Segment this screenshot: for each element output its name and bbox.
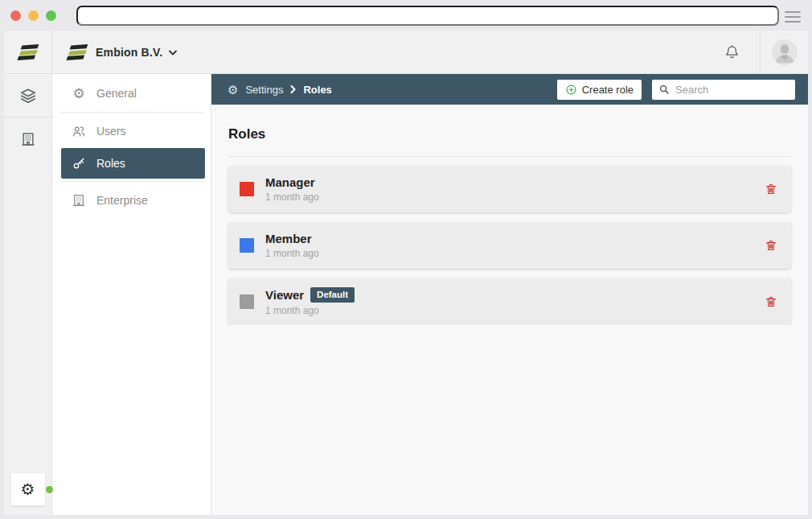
app-header: Embion B.V. <box>4 31 808 74</box>
sidebar-divider <box>59 112 203 113</box>
settings-sidebar: ⚙ General Users <box>52 74 211 515</box>
building-icon <box>72 193 86 208</box>
breadcrumb-settings[interactable]: Settings <box>245 84 283 96</box>
users-icon <box>72 124 86 138</box>
gear-icon: ⚙ <box>228 84 238 96</box>
sidebar-item-label: Enterprise <box>96 194 148 207</box>
search-icon <box>658 84 670 95</box>
settings-shortcut-button[interactable]: ⚙ <box>10 472 46 506</box>
create-role-label: Create role <box>582 84 634 96</box>
role-row-manager[interactable]: Manager 1 month ago <box>228 166 791 212</box>
minimize-window-button[interactable] <box>28 10 39 21</box>
sidebar-item-label: Roles <box>96 157 125 170</box>
delete-role-button[interactable] <box>765 183 777 196</box>
browser-chrome <box>0 0 812 31</box>
sidebar-item-label: General <box>96 87 137 100</box>
role-updated: 1 month ago <box>265 305 355 316</box>
role-info: Manager 1 month ago <box>265 175 319 203</box>
gear-icon: ⚙ <box>21 481 35 497</box>
search-input[interactable] <box>675 84 789 96</box>
gear-icon: ⚙ <box>72 86 86 101</box>
trash-icon <box>765 295 777 309</box>
role-name: Manager <box>265 175 315 189</box>
user-menu[interactable] <box>761 31 808 73</box>
sidebar-item-enterprise[interactable]: Enterprise <box>52 184 211 216</box>
close-window-button[interactable] <box>10 10 21 21</box>
role-color-swatch <box>240 295 254 309</box>
role-color-swatch <box>240 182 254 196</box>
role-name: Viewer <box>265 288 304 302</box>
online-status-dot <box>46 486 53 493</box>
breadcrumb-current: Roles <box>303 84 331 96</box>
title-divider <box>228 156 791 157</box>
sidebar-item-general[interactable]: ⚙ General <box>52 77 211 109</box>
trash-icon <box>765 183 777 196</box>
page-toolbar: ⚙ Settings Roles Create role <box>211 74 808 105</box>
module-rail: ⚙ <box>4 74 52 515</box>
avatar <box>772 39 798 65</box>
delete-role-button[interactable] <box>765 295 777 309</box>
sidebar-divider <box>59 181 203 182</box>
rail-logo-cell[interactable] <box>4 31 52 73</box>
building-icon <box>20 131 36 147</box>
rail-item-enterprise[interactable] <box>4 117 51 161</box>
window-controls <box>0 10 56 21</box>
role-info: Member 1 month ago <box>265 232 319 259</box>
search-box <box>652 80 795 100</box>
chevron-down-icon <box>169 50 177 56</box>
default-badge: Default <box>310 287 355 303</box>
role-color-swatch <box>240 238 254 253</box>
bell-icon <box>724 43 740 60</box>
browser-menu-icon[interactable] <box>785 11 801 23</box>
app-window: Embion B.V. <box>4 31 808 515</box>
rail-item-stack[interactable] <box>4 74 51 117</box>
header-actions <box>724 31 808 73</box>
role-updated: 1 month ago <box>265 248 319 259</box>
notifications-button[interactable] <box>724 31 760 73</box>
address-bar[interactable] <box>76 6 779 26</box>
page-title: Roles <box>228 126 791 142</box>
role-name: Member <box>265 232 312 245</box>
layers-icon <box>19 87 37 105</box>
plus-circle-icon <box>565 84 577 96</box>
role-row-member[interactable]: Member 1 month ago <box>228 222 791 269</box>
main-panel: ⚙ Settings Roles Create role <box>211 74 808 515</box>
sidebar-item-roles[interactable]: Roles <box>61 148 205 179</box>
organization-switcher[interactable]: Embion B.V. <box>52 31 724 73</box>
role-row-viewer[interactable]: Viewer Default 1 month ago <box>228 278 791 325</box>
key-icon <box>72 156 86 171</box>
maximize-window-button[interactable] <box>46 10 56 21</box>
role-info: Viewer Default 1 month ago <box>265 287 355 316</box>
sidebar-item-label: Users <box>96 125 126 138</box>
create-role-button[interactable]: Create role <box>557 80 642 100</box>
app-body: ⚙ ⚙ General Users <box>4 74 808 515</box>
embion-logo-icon <box>66 44 88 60</box>
sidebar-item-users[interactable]: Users <box>52 115 211 147</box>
trash-icon <box>765 239 777 253</box>
embion-logo-icon <box>17 44 39 60</box>
delete-role-button[interactable] <box>765 239 777 253</box>
chevron-right-icon <box>290 85 296 93</box>
role-updated: 1 month ago <box>265 192 319 203</box>
company-name: Embion B.V. <box>96 46 162 59</box>
breadcrumb: ⚙ Settings Roles <box>228 84 332 96</box>
page-content: Roles Manager 1 month ago <box>211 105 808 325</box>
